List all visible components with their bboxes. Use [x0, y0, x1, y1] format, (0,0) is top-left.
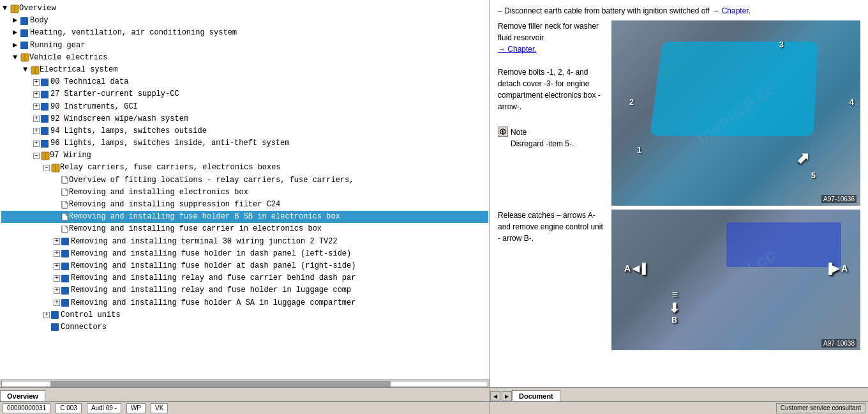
- tree-item-rem-fuse-b[interactable]: Removing and installing fuse holder B SB…: [1, 211, 488, 223]
- tree-label-fitting: Overview of fitting locations - relay ca…: [69, 174, 354, 187]
- tree-label-94: 94 Lights, lamps, switches outside: [50, 125, 207, 137]
- book-icon-vehicle: [20, 53, 29, 62]
- right-content: – Disconnect earth cable from battery wi…: [490, 0, 868, 387]
- tree-view: ▼ Overview ▶ Body ▶ Heating, ventilation…: [1, 3, 488, 334]
- tree-label-control: Control units: [61, 309, 121, 321]
- diamond-dash-right: [61, 263, 69, 270]
- plusminus-fuse-sa[interactable]: +: [54, 300, 60, 306]
- tree-label-90: 90 Instruments, GCI: [50, 101, 138, 113]
- tree-item-rem-fuse-carrier[interactable]: Removing and installing fuse carrier in …: [1, 223, 488, 235]
- tree-item-rem-suppression[interactable]: Removing and installing suppression filt…: [1, 199, 488, 211]
- plusminus-dash-left[interactable]: +: [54, 250, 60, 257]
- tree-item-running-gear[interactable]: ▶ Running gear: [1, 40, 488, 52]
- right-tab-bar: ◀ ▶ Document: [490, 387, 868, 401]
- plusminus-27[interactable]: +: [33, 91, 40, 98]
- status-item-5: VK: [151, 403, 168, 413]
- tree-item-overview-fitting[interactable]: Overview of fitting locations - relay ca…: [1, 174, 488, 187]
- tree-item-relay-carriers[interactable]: – Relay carriers, fuse carriers, electro…: [1, 162, 488, 174]
- tree-label-relay-luggage: Removing and installing relay and fuse h…: [71, 284, 351, 296]
- img-num-2: 2: [629, 97, 634, 107]
- main-container: ▼ Overview ▶ Body ▶ Heating, ventilation…: [0, 0, 868, 414]
- left-panel: ▼ Overview ▶ Body ▶ Heating, ventilation…: [0, 0, 490, 414]
- doc-icon-suppression: [61, 201, 69, 209]
- tree-item-control-units[interactable]: + Control units: [1, 309, 488, 321]
- expand-fitting: [54, 174, 60, 187]
- plusminus-97[interactable]: –: [33, 153, 40, 159]
- tree-item-overview[interactable]: ▼ Overview: [1, 3, 488, 15]
- tree-item-rem-fuse-dash-right[interactable]: + Removing and installing fuse holder at…: [1, 260, 488, 272]
- tree-item-94[interactable]: + 94 Lights, lamps, switches outside: [1, 125, 488, 137]
- blue-cover-shape: [650, 42, 818, 136]
- plusminus-92[interactable]: +: [33, 116, 40, 122]
- tree-item-hvac[interactable]: ▶ Heating, ventilation, air conditioning…: [1, 27, 488, 39]
- plusminus-relay-luggage[interactable]: +: [54, 288, 60, 294]
- plusminus-relay[interactable]: –: [43, 165, 50, 171]
- tree-item-rem-elec-box[interactable]: Removing and installing electronics box: [1, 187, 488, 199]
- tree-label-97: 97 Wiring: [50, 150, 91, 162]
- diamond-dash-left: [61, 250, 69, 257]
- tree-item-rem-fuse-sa[interactable]: + Removing and installing fuse holder A …: [1, 297, 488, 309]
- horizontal-scrollbar[interactable]: [0, 379, 490, 387]
- text-block-1: Remove filler neck for washer fluid rese…: [498, 20, 606, 206]
- arrow-indicator: ⬆: [792, 148, 814, 169]
- scrollbar-track[interactable]: [1, 381, 488, 387]
- plusminus-relay-behind[interactable]: +: [54, 275, 60, 282]
- img-num-1: 1: [637, 145, 641, 155]
- nav-next[interactable]: ▶: [502, 391, 512, 401]
- nav-arrows: ◀ ▶: [490, 391, 512, 401]
- intro-chapter-link[interactable]: Chapter: [722, 6, 749, 15]
- img-num-3: 3: [779, 40, 784, 49]
- img-code-1: A97-10636: [821, 195, 857, 203]
- plusminus-94[interactable]: +: [33, 128, 40, 134]
- plusminus-dash-right[interactable]: +: [54, 263, 60, 270]
- doc-icon-elec-box: [61, 188, 69, 196]
- chapter-link-1[interactable]: → Chapter.: [498, 45, 537, 54]
- plusminus-terminal30[interactable]: +: [54, 238, 60, 245]
- tree-item-96[interactable]: + 96 Lights, lamps, switches inside, ant…: [1, 137, 488, 150]
- expand-running: ▶: [13, 40, 19, 52]
- tree-item-92[interactable]: + 92 Windscreen wipe/wash system: [1, 113, 488, 125]
- tree-label-dash-left: Removing and installing fuse holder in d…: [71, 248, 351, 260]
- tree-item-rem-relay-behind[interactable]: + Removing and installing relay and fuse…: [1, 272, 488, 284]
- tree-item-rem-relay-luggage[interactable]: + Removing and installing relay and fuse…: [1, 284, 488, 296]
- content-row-1: Remove filler neck for washer fluid rese…: [498, 20, 860, 206]
- diamond-96: [41, 140, 49, 148]
- plusminus-00[interactable]: +: [33, 79, 40, 86]
- tree-item-00[interactable]: + 00 Technical data: [1, 76, 488, 88]
- expand-elec-sys: ▼: [23, 64, 29, 76]
- book-icon-97: [41, 151, 50, 160]
- tree-item-rem-fuse-dash-left[interactable]: + Removing and installing fuse holder in…: [1, 248, 488, 260]
- expand-overview: ▼: [3, 3, 9, 15]
- status-customer: Customer service consultant: [776, 403, 865, 413]
- tree-item-rem-terminal30[interactable]: + Removing and installing terminal 30 wi…: [1, 236, 488, 248]
- doc-icon-fuse-b: [61, 213, 69, 221]
- left-tab-bar: Overview: [0, 387, 490, 401]
- plusminus-90[interactable]: +: [33, 103, 40, 110]
- tree-item-electrical-system[interactable]: ▼ Electrical system: [1, 64, 488, 76]
- tree-label-92: 92 Windscreen wipe/wash system: [50, 113, 188, 125]
- doc-icon-fitting: [61, 176, 69, 184]
- tree-label-00: 00 Technical data: [50, 76, 128, 88]
- tab-overview[interactable]: Overview: [0, 390, 45, 401]
- diamond-90: [41, 103, 49, 111]
- tree-item-connectors[interactable]: Connectors: [1, 321, 488, 334]
- right-status-bar: Customer service consultant: [490, 401, 868, 414]
- plusminus-96[interactable]: +: [33, 141, 40, 147]
- tree-label-96: 96 Lights, lamps, switches inside, anti-…: [50, 137, 289, 150]
- tree-item-27[interactable]: + 27 Starter-current supply-CC: [1, 88, 488, 100]
- plusminus-control[interactable]: +: [43, 312, 50, 318]
- tree-item-body[interactable]: ▶ Body: [1, 15, 488, 27]
- diamond-icon-running: [20, 42, 28, 49]
- diamond-00: [41, 79, 49, 86]
- tree-item-vehicle-electrics[interactable]: ▼ Vehicle electrics: [1, 52, 488, 64]
- engine-image-2: manuall.cc A ◀||| |||▶ A ≡⬇B A97-: [611, 210, 860, 350]
- scrollbar-thumb[interactable]: [50, 381, 391, 387]
- tab-document[interactable]: Document: [512, 390, 560, 401]
- doc-icon-fuse-carrier: [61, 226, 69, 233]
- status-item-1: 00000000031: [3, 403, 50, 413]
- diamond-relay-luggage: [61, 287, 69, 295]
- tree-item-97[interactable]: – 97 Wiring: [1, 150, 488, 162]
- nav-prev[interactable]: ◀: [490, 391, 500, 401]
- tree-item-90[interactable]: + 90 Instruments, GCI: [1, 101, 488, 113]
- tree-content: ▼ Overview ▶ Body ▶ Heating, ventilation…: [0, 0, 490, 379]
